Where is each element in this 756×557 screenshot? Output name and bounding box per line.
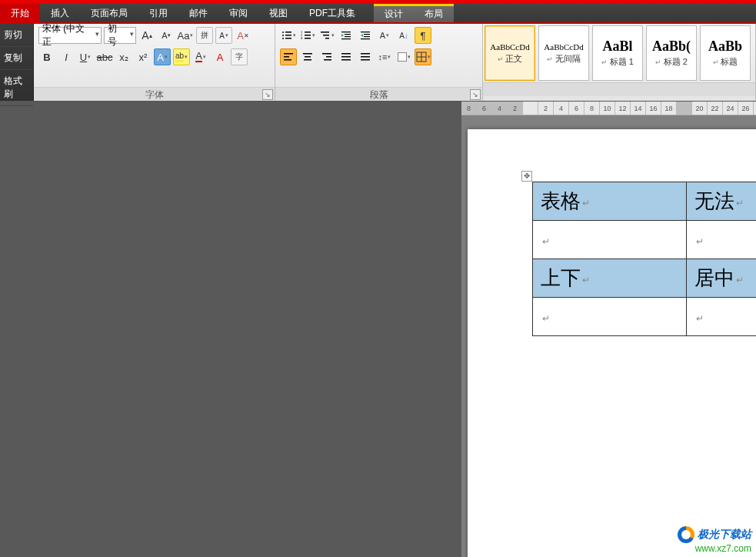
shrink-font-button[interactable]: A▾ [158, 27, 175, 44]
style-heading1[interactable]: AaBl 标题 1 [592, 25, 643, 81]
align-right-button[interactable] [318, 48, 335, 65]
align-justify-icon [341, 52, 351, 62]
multilevel-list-button[interactable] [318, 27, 335, 44]
indent-icon [360, 30, 371, 41]
document-page[interactable]: ✥ 表格↵ 无法↵ ↵ ↵ 上下↵ 居中↵ ↵ ↵ [468, 129, 756, 557]
clear-formatting-button[interactable]: A✕ [235, 27, 251, 44]
svg-rect-20 [364, 34, 370, 35]
font-name-combo[interactable]: 宋体 (中文正▾ [38, 27, 102, 44]
bullets-button[interactable] [280, 27, 297, 44]
table-cell[interactable]: 居中↵ [687, 259, 757, 298]
style-title[interactable]: AaBb 标题 [700, 25, 751, 81]
align-left-icon [283, 52, 294, 62]
numbering-button[interactable]: 123 [299, 27, 316, 44]
paragraph-group-label: 段落 ↘ [275, 87, 482, 101]
table-row[interactable]: 上下↵ 居中↵ [533, 259, 757, 298]
svg-rect-23 [284, 53, 293, 55]
svg-rect-19 [361, 32, 370, 32]
align-center-button[interactable] [299, 48, 316, 65]
font-dialog-launcher[interactable]: ↘ [262, 89, 273, 100]
grow-font-button[interactable]: A▴ [138, 27, 155, 44]
styles-group: AaBbCcDd 正文 AaBbCcDd 无间隔 AaBl 标题 1 AaBb(… [483, 24, 756, 101]
table-cell[interactable]: ↵ [533, 221, 687, 259]
tab-table-design[interactable]: 设计 [374, 6, 414, 22]
paragraph-mark-icon: ↵ [542, 313, 550, 324]
table-cell[interactable]: 上下↵ [533, 259, 687, 298]
line-spacing-button[interactable]: ↕≡ [376, 48, 393, 65]
table-cell[interactable]: 表格↵ [533, 182, 687, 221]
svg-rect-14 [325, 38, 329, 39]
phonetic-guide-button[interactable]: 拼 [196, 27, 213, 44]
shading-button[interactable] [395, 48, 412, 65]
table-cell[interactable]: ↵ [687, 298, 757, 336]
svg-rect-25 [284, 59, 291, 61]
table-cell[interactable]: ↵ [687, 221, 757, 259]
tab-home[interactable]: 开始 [0, 4, 40, 22]
copy-button[interactable]: 复制 [0, 47, 33, 70]
text-direction-button[interactable]: A [376, 27, 393, 44]
tab-insert[interactable]: 插入 [40, 4, 80, 22]
strikethrough-button[interactable]: abc [96, 48, 113, 65]
svg-rect-5 [285, 38, 291, 39]
highlight-button[interactable]: ab [173, 48, 190, 65]
cut-button[interactable]: 剪切 [0, 24, 33, 47]
superscript-button[interactable]: x² [135, 48, 152, 65]
change-case-button[interactable]: Aa [177, 27, 194, 44]
decrease-indent-button[interactable] [338, 27, 355, 44]
font-name-value: 宋体 (中文正 [42, 22, 88, 48]
font-group: 宋体 (中文正▾ 初号▾ A▴ A▾ Aa 拼 A A✕ B I U abc x… [34, 24, 275, 101]
borders-button[interactable] [415, 48, 431, 65]
table-row[interactable]: ↵ ↵ [533, 298, 757, 336]
align-left-button[interactable] [280, 48, 297, 65]
svg-rect-31 [324, 59, 331, 61]
font-size-combo[interactable]: 初号▾ [104, 27, 136, 44]
document-table[interactable]: 表格↵ 无法↵ ↵ ↵ 上下↵ 居中↵ ↵ ↵ [532, 182, 756, 336]
increase-indent-button[interactable] [357, 27, 374, 44]
svg-rect-21 [364, 36, 370, 37]
subscript-button[interactable]: x₂ [115, 48, 132, 65]
tab-references[interactable]: 引用 [138, 4, 178, 22]
tab-pdftools[interactable]: PDF工具集 [298, 4, 366, 22]
italic-button[interactable]: I [58, 48, 75, 65]
align-justify-button[interactable] [338, 48, 355, 65]
show-marks-button[interactable]: ¶ [415, 27, 431, 44]
sort-button[interactable]: A↓ [395, 27, 412, 44]
format-painter-button[interactable]: 格式刷 [0, 70, 33, 106]
ribbon: 剪切 复制 格式刷 宋体 (中文正▾ 初号▾ A▴ A▾ Aa 拼 A A✕ B [0, 24, 756, 102]
tab-mailings[interactable]: 邮件 [178, 4, 218, 22]
align-distribute-icon [360, 52, 371, 62]
char-border-button[interactable]: A [215, 27, 232, 44]
svg-rect-35 [361, 53, 370, 55]
styles-gallery[interactable]: AaBbCcDd 正文 AaBbCcDd 无间隔 AaBl 标题 1 AaBb(… [483, 24, 755, 82]
align-distribute-button[interactable] [357, 48, 374, 65]
table-cell[interactable]: 无法↵ [687, 182, 757, 221]
svg-point-4 [282, 38, 284, 39]
font-group-label: 字体 ↘ [34, 87, 275, 101]
table-row[interactable]: 表格↵ 无法↵ [533, 182, 757, 221]
styles-group-label: 样式 [483, 82, 755, 96]
text-effects-button[interactable]: A [154, 48, 171, 65]
paragraph-dialog-launcher[interactable]: ↘ [470, 89, 481, 100]
style-normal[interactable]: AaBbCcDd 正文 [485, 25, 535, 81]
style-nospacing[interactable]: AaBbCcDd 无间隔 [538, 25, 589, 81]
table-cell[interactable]: ↵ [533, 298, 687, 336]
paragraph-mark-icon: ↵ [696, 313, 704, 324]
svg-rect-28 [304, 59, 311, 61]
table-move-handle[interactable]: ✥ [521, 171, 532, 182]
underline-button[interactable]: U [77, 48, 94, 65]
tab-review[interactable]: 审阅 [218, 4, 258, 22]
font-color-button[interactable]: A [192, 48, 209, 65]
svg-rect-26 [303, 53, 312, 55]
borders-icon [416, 52, 427, 62]
tab-table-layout[interactable]: 布局 [414, 6, 454, 22]
char-shading-button[interactable]: A [211, 48, 228, 65]
enclosed-char-button[interactable]: 字 [231, 48, 248, 65]
bold-button[interactable]: B [38, 48, 55, 65]
tab-view[interactable]: 视图 [258, 4, 298, 22]
document-viewport[interactable]: ✥ 表格↵ 无法↵ ↵ ↵ 上下↵ 居中↵ ↵ ↵ [461, 115, 756, 557]
tab-pagelayout[interactable]: 页面布局 [80, 4, 138, 22]
horizontal-ruler[interactable]: 8 6 4 2 2 4 6 8 10 12 14 16 18 20 22 24 … [461, 102, 756, 115]
svg-rect-15 [341, 32, 351, 32]
table-row[interactable]: ↵ ↵ [533, 221, 757, 259]
style-heading2[interactable]: AaBb( 标题 2 [646, 25, 697, 81]
